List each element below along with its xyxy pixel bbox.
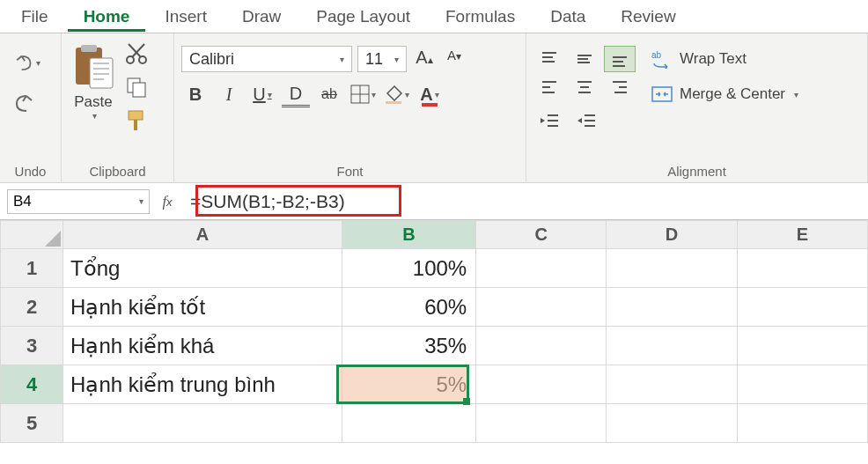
align-right-button[interactable] — [604, 74, 636, 100]
cell[interactable]: 100% — [342, 249, 475, 288]
strikethrough-button[interactable]: ab — [315, 81, 343, 107]
undo-group-label: Undo — [7, 162, 54, 182]
svg-rect-13 — [129, 111, 143, 120]
cell[interactable] — [737, 404, 867, 443]
tab-home[interactable]: Home — [68, 1, 146, 32]
cut-button[interactable] — [123, 41, 150, 67]
align-center-button[interactable] — [569, 74, 600, 100]
tab-insert[interactable]: Insert — [149, 1, 223, 32]
svg-rect-12 — [133, 83, 145, 97]
double-underline-button[interactable]: D — [282, 81, 310, 107]
col-header-D[interactable]: D — [607, 221, 737, 249]
cell[interactable] — [607, 365, 737, 404]
cell[interactable]: 5% — [342, 365, 475, 404]
cell[interactable] — [342, 404, 475, 443]
merge-icon — [651, 85, 673, 104]
borders-button[interactable]: ▾ — [349, 81, 377, 107]
cell[interactable] — [737, 288, 867, 327]
cell[interactable] — [607, 404, 737, 443]
copy-button[interactable] — [123, 74, 150, 100]
svg-rect-19 — [422, 103, 438, 107]
clipboard-icon — [69, 42, 118, 92]
tab-file[interactable]: File — [5, 1, 64, 32]
row-header[interactable]: 5 — [1, 404, 63, 443]
redo-button[interactable] — [11, 88, 40, 118]
name-box[interactable]: B4▾ — [7, 189, 150, 214]
grow-font-button[interactable]: A▴ — [412, 48, 437, 70]
ribbon: ▾ Undo Paste ▾ — [0, 33, 868, 183]
cell[interactable]: Tổng — [63, 249, 342, 288]
clipboard-group-label: Clipboard — [69, 162, 166, 182]
cell[interactable]: Hạnh kiểm tốt — [63, 288, 342, 327]
cell[interactable] — [737, 249, 867, 288]
decrease-indent-button[interactable] — [533, 109, 565, 132]
cell[interactable]: Hạnh kiểm khá — [63, 327, 342, 365]
cell[interactable] — [476, 249, 607, 288]
cell[interactable] — [607, 249, 737, 288]
svg-rect-14 — [134, 120, 137, 130]
fill-color-button[interactable]: ▾ — [382, 81, 410, 107]
fx-icon[interactable]: fx — [150, 193, 185, 210]
cell[interactable] — [476, 327, 607, 365]
increase-indent-button[interactable] — [570, 109, 602, 132]
cell[interactable]: 35% — [342, 327, 475, 365]
row-header[interactable]: 3 — [1, 327, 63, 365]
cell[interactable]: 60% — [342, 288, 475, 327]
formula-input[interactable]: =SUM(B1;-B2;-B3) — [185, 189, 868, 214]
col-header-E[interactable]: E — [737, 221, 867, 249]
font-group-label: Font — [181, 162, 519, 182]
tab-review[interactable]: Review — [605, 1, 691, 32]
bold-button[interactable]: B — [181, 81, 210, 107]
cell[interactable] — [63, 404, 342, 443]
tab-draw[interactable]: Draw — [226, 1, 297, 32]
chevron-down-icon: ▾ — [92, 111, 97, 121]
formula-bar: B4▾ fx =SUM(B1;-B2;-B3) — [0, 183, 868, 220]
row-header[interactable]: 4 — [1, 365, 63, 404]
svg-rect-1 — [81, 45, 97, 52]
format-painter-button[interactable] — [123, 107, 150, 134]
align-left-button[interactable] — [533, 74, 565, 100]
cell[interactable] — [737, 327, 867, 365]
shrink-font-button[interactable]: A▾ — [442, 48, 467, 70]
cell[interactable] — [737, 365, 867, 404]
tab-formulas[interactable]: Formulas — [430, 1, 531, 32]
cell[interactable] — [607, 327, 737, 365]
align-bottom-button[interactable] — [604, 46, 636, 72]
svg-text:ab: ab — [651, 50, 662, 60]
svg-rect-2 — [90, 58, 113, 88]
merge-center-button[interactable]: Merge & Center ▾ — [651, 81, 798, 107]
select-all-corner[interactable] — [1, 221, 63, 249]
alignment-group-label: Alignment — [533, 162, 860, 182]
chevron-down-icon: ▾ — [36, 58, 40, 68]
underline-button[interactable]: U▾ — [248, 81, 276, 107]
font-name-combo[interactable]: Calibri▾ — [181, 46, 352, 72]
font-color-button[interactable]: A ▾ — [416, 81, 444, 107]
paste-button[interactable]: Paste ▾ — [69, 39, 118, 121]
cell[interactable] — [476, 288, 607, 327]
row-header[interactable]: 2 — [1, 288, 63, 327]
undo-button[interactable]: ▾ — [11, 48, 40, 77]
cell[interactable] — [476, 365, 607, 404]
cell[interactable] — [607, 288, 737, 327]
tab-data[interactable]: Data — [534, 1, 601, 32]
col-header-B[interactable]: B — [342, 221, 475, 249]
ribbon-tabs: File Home Insert Draw Page Layout Formul… — [0, 0, 868, 33]
wrap-text-icon: ab — [651, 49, 673, 69]
worksheet-grid[interactable]: A B C D E 1Tổng100% 2Hạnh kiểm tốt60% 3H… — [0, 220, 868, 443]
svg-rect-45 — [652, 87, 672, 101]
row-header[interactable]: 1 — [1, 249, 63, 288]
italic-button[interactable]: I — [215, 81, 243, 107]
wrap-text-button[interactable]: ab Wrap Text — [651, 46, 798, 72]
cell[interactable]: Hạnh kiểm trung bình — [63, 365, 342, 404]
align-middle-button[interactable] — [569, 46, 600, 72]
font-size-combo[interactable]: 11▾ — [357, 46, 407, 72]
col-header-A[interactable]: A — [63, 221, 342, 249]
align-top-button[interactable] — [533, 46, 565, 72]
col-header-C[interactable]: C — [476, 221, 607, 249]
cell[interactable] — [476, 404, 607, 443]
tab-page-layout[interactable]: Page Layout — [300, 1, 426, 32]
svg-rect-18 — [386, 101, 401, 104]
